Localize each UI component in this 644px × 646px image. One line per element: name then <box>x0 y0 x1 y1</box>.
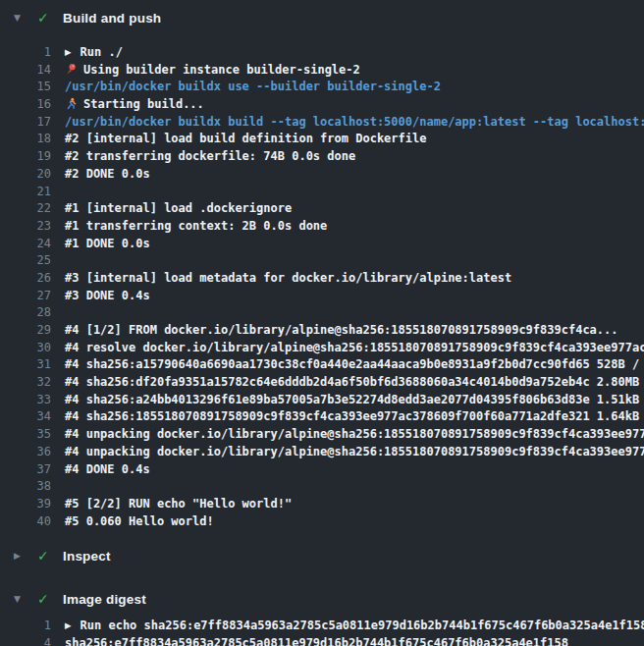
log-line[interactable]: 18#2 [internal] load build definition fr… <box>0 131 644 148</box>
log-text-content: #4 unpacking docker.io/library/alpine@sh… <box>65 427 644 441</box>
section-header-build-and-push[interactable]: ▼ ✓ Build and push <box>0 4 644 31</box>
chevron-down-icon[interactable]: ▼ <box>14 595 37 604</box>
log-command-text: /usr/bin/docker buildx build --tag local… <box>51 114 644 132</box>
chevron-down-icon[interactable]: ▼ <box>14 14 37 23</box>
log-text: #1 transferring context: 2B 0.0s done <box>51 218 644 236</box>
expand-triangle-icon[interactable]: ▶ <box>65 44 72 62</box>
line-number[interactable]: 22 <box>0 200 51 218</box>
log-line[interactable]: 20#2 DONE 0.0s <box>0 166 644 184</box>
log-text-content: Starting build... <box>83 97 204 111</box>
log-text-content: #5 0.060 Hello world! <box>65 514 214 528</box>
log-text: #2 transferring dockerfile: 74B 0.0s don… <box>51 148 644 166</box>
line-number[interactable]: 1 <box>0 44 51 62</box>
line-number[interactable]: 17 <box>0 114 51 132</box>
line-number[interactable]: 15 <box>0 79 51 96</box>
log-line[interactable]: 14Using builder instance builder-single-… <box>0 62 644 80</box>
line-number[interactable]: 23 <box>0 218 51 236</box>
log-line[interactable]: 4sha256:e7ff8834a5963a2785c5a0811e979d16… <box>0 635 644 646</box>
line-number[interactable]: 19 <box>0 148 51 166</box>
workflow-log: ▼ ✓ Build and push 1▶Run ./14Using build… <box>0 0 644 646</box>
line-number[interactable]: 1 <box>0 618 51 635</box>
log-line[interactable]: 29#4 [1/2] FROM docker.io/library/alpine… <box>0 322 644 340</box>
line-number[interactable]: 28 <box>0 304 51 322</box>
log-line[interactable]: 23#1 transferring context: 2B 0.0s done <box>0 218 644 236</box>
log-text-content: Run ./ <box>80 45 123 59</box>
log-line[interactable]: 32#4 sha256:df20fa9351a15782c64e6dddb2d4… <box>0 374 644 392</box>
success-check-icon: ✓ <box>37 549 63 563</box>
log-text: #2 [internal] load build definition from… <box>51 131 644 148</box>
log-line[interactable]: 17/usr/bin/docker buildx build --tag loc… <box>0 114 644 132</box>
success-check-icon: ✓ <box>37 592 63 606</box>
log-line[interactable]: 30#4 resolve docker.io/library/alpine@sh… <box>0 340 644 357</box>
log-line[interactable]: 28 <box>0 304 644 322</box>
log-text: #5 0.060 Hello world! <box>51 513 644 531</box>
line-number[interactable]: 37 <box>0 461 51 479</box>
line-number[interactable]: 39 <box>0 496 51 513</box>
log-text-content: #1 [internal] load .dockerignore <box>65 201 292 215</box>
line-number[interactable]: 20 <box>0 166 51 184</box>
log-line[interactable]: 16Starting build... <box>0 96 644 114</box>
log-line[interactable]: 40#5 0.060 Hello world! <box>0 513 644 531</box>
line-number[interactable]: 16 <box>0 96 51 114</box>
log-line[interactable]: 24#1 DONE 0.0s <box>0 236 644 253</box>
log-line[interactable]: 25 <box>0 252 644 270</box>
log-line[interactable]: 31#4 sha256:a15790640a6690aa1730c38cf0a4… <box>0 356 644 374</box>
line-number[interactable]: 35 <box>0 426 51 444</box>
line-number[interactable]: 14 <box>0 62 51 80</box>
log-line[interactable]: 35#4 unpacking docker.io/library/alpine@… <box>0 426 644 444</box>
log-line[interactable]: 26#3 [internal] load metadata for docker… <box>0 270 644 288</box>
line-number[interactable]: 34 <box>0 408 51 426</box>
log-line[interactable]: 38 <box>0 478 644 496</box>
log-text-content: #3 [internal] load metadata for docker.i… <box>65 271 511 285</box>
log-text: #4 sha256:a24bb4013296f61e89ba57005a7b3e… <box>51 392 644 409</box>
section-header-image-digest[interactable]: ▼ ✓ Image digest <box>0 585 644 613</box>
chevron-right-icon[interactable]: ▶ <box>14 552 37 561</box>
line-number[interactable]: 27 <box>0 288 51 305</box>
log-text: #4 DONE 0.4s <box>51 461 644 479</box>
log-text-content: #4 sha256:df20fa9351a15782c64e6dddb2d4a6… <box>65 375 644 389</box>
log-line[interactable]: 34#4 sha256:185518070891758909c9f839cf4c… <box>0 408 644 426</box>
log-line[interactable]: 36#4 unpacking docker.io/library/alpine@… <box>0 444 644 461</box>
log-text: #1 [internal] load .dockerignore <box>51 200 644 218</box>
log-text-content: #3 DONE 0.4s <box>65 289 150 302</box>
log-text-content: #4 sha256:185518070891758909c9f839cf4ca3… <box>65 409 644 423</box>
log-text-content: #2 DONE 0.0s <box>65 167 150 181</box>
line-number[interactable]: 18 <box>0 131 51 148</box>
log-command-text: /usr/bin/docker buildx use --builder bui… <box>51 79 644 96</box>
log-line[interactable]: 22#1 [internal] load .dockerignore <box>0 200 644 218</box>
log-text-content: Run echo sha256:e7ff8834a5963a2785c5a081… <box>80 619 644 632</box>
line-number[interactable]: 32 <box>0 374 51 392</box>
log-line[interactable]: 21 <box>0 184 644 201</box>
line-number[interactable]: 36 <box>0 444 51 461</box>
line-number[interactable]: 25 <box>0 252 51 270</box>
log-text-content: #4 DONE 0.4s <box>65 462 150 476</box>
line-number[interactable]: 21 <box>0 184 51 201</box>
log-line[interactable]: 27#3 DONE 0.4s <box>0 288 644 305</box>
log-text: #4 sha256:df20fa9351a15782c64e6dddb2d4a6… <box>51 374 644 392</box>
log-line[interactable]: 19#2 transferring dockerfile: 74B 0.0s d… <box>0 148 644 166</box>
log-line[interactable]: 1▶Run ./ <box>0 44 644 62</box>
expand-triangle-icon[interactable]: ▶ <box>65 618 72 635</box>
line-number[interactable]: 30 <box>0 340 51 357</box>
log-line[interactable]: 37#4 DONE 0.4s <box>0 461 644 479</box>
line-number[interactable]: 26 <box>0 270 51 288</box>
log-line[interactable]: 15/usr/bin/docker buildx use --builder b… <box>0 79 644 96</box>
line-number[interactable]: 38 <box>0 478 51 496</box>
section-header-inspect[interactable]: ▶ ✓ Inspect <box>0 542 644 569</box>
log-text: #4 unpacking docker.io/library/alpine@sh… <box>51 426 644 444</box>
log-line[interactable]: 33#4 sha256:a24bb4013296f61e89ba57005a7b… <box>0 392 644 409</box>
line-number[interactable]: 31 <box>0 356 51 374</box>
section-title: Image digest <box>63 592 146 607</box>
line-number[interactable]: 40 <box>0 513 51 531</box>
line-number[interactable]: 29 <box>0 322 51 340</box>
line-number[interactable]: 33 <box>0 392 51 409</box>
success-check-icon: ✓ <box>37 11 63 25</box>
log-text-content: #2 transferring dockerfile: 74B 0.0s don… <box>65 149 355 163</box>
log-text: #5 [2/2] RUN echo "Hello world!" <box>51 496 644 513</box>
log-line[interactable]: 1▶Run echo sha256:e7ff8834a5963a2785c5a0… <box>0 618 644 635</box>
line-number[interactable]: 4 <box>0 635 51 646</box>
log-text-content: #4 unpacking docker.io/library/alpine@sh… <box>65 445 644 458</box>
line-number[interactable]: 24 <box>0 236 51 253</box>
log-line[interactable]: 39#5 [2/2] RUN echo "Hello world!" <box>0 496 644 513</box>
log-text: Using builder instance builder-single-2 <box>51 62 644 80</box>
